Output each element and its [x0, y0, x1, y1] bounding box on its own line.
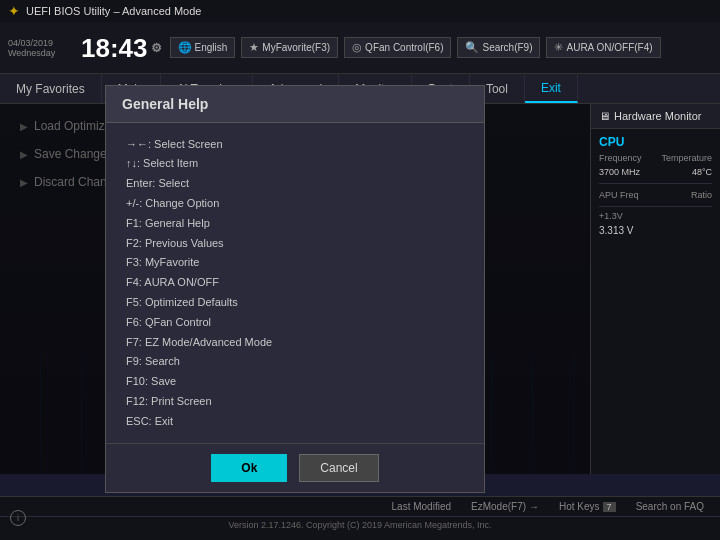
search-faq-label: Search on FAQ [636, 501, 704, 512]
last-modified-link[interactable]: Last Modified [392, 501, 451, 512]
modal-overlay: General Help →←: Select Screen ↑↓: Selec… [0, 104, 590, 474]
help-line-11: F7: EZ Mode/Advanced Mode [126, 333, 464, 353]
ezmode-icon: → [529, 501, 539, 512]
status-top-row: Last Modified EzMode(F7) → Hot Keys 7 Se… [0, 497, 720, 517]
cpu-section-title: CPU [591, 129, 720, 151]
help-line-5: F1: General Help [126, 214, 464, 234]
hw-divider [599, 183, 712, 184]
toolbar-row: 04/03/2019 Wednesday 18:43 ⚙ 🌐 English ★… [0, 22, 720, 74]
cancel-button[interactable]: Cancel [299, 454, 378, 482]
left-panel: ▶ Load Optimized Defaults ▶ Save Changes… [0, 104, 590, 474]
general-help-modal: General Help →←: Select Screen ↑↓: Selec… [105, 85, 485, 494]
freq-label: Frequency [599, 153, 642, 163]
help-line-6: F2: Previous Values [126, 234, 464, 254]
help-line-7: F3: MyFavorite [126, 253, 464, 273]
temp-label: Temperature [661, 153, 712, 163]
time-display: 18:43 [81, 35, 148, 61]
search-faq-link[interactable]: Search on FAQ [636, 501, 704, 512]
language-icon: 🌐 [178, 41, 192, 54]
datetime: 04/03/2019 Wednesday [8, 38, 73, 58]
hw-divider-2 [599, 206, 712, 207]
help-line-3: Enter: Select [126, 174, 464, 194]
freq-value: 3700 MHz [599, 167, 640, 177]
tab-my-favorites[interactable]: My Favorites [0, 74, 102, 103]
clock: 18:43 ⚙ [81, 35, 162, 61]
help-line-1: →←: Select Screen [126, 135, 464, 155]
hotkeys-link[interactable]: Hot Keys 7 [559, 501, 616, 512]
search-label: Search(F9) [482, 42, 532, 53]
voltage-label: +1.3V [591, 211, 720, 223]
top-bar: ✦ UEFI BIOS Utility – Advanced Mode [0, 0, 720, 22]
info-button[interactable]: i [10, 510, 26, 526]
logo-icon: ✦ [8, 3, 20, 19]
search-button[interactable]: 🔍 Search(F9) [457, 37, 540, 58]
ezmode-label: EzMode(F7) [471, 501, 526, 512]
apu-label: APU Freq [599, 190, 639, 200]
myfavorites-label: MyFavorite(F3) [262, 42, 330, 53]
help-line-9: F5: Optimized Defaults [126, 293, 464, 313]
help-line-15: ESC: Exit [126, 412, 464, 432]
modal-body: →←: Select Screen ↑↓: Select Item Enter:… [106, 123, 484, 444]
copyright-text: Version 2.17.1246. Copyright (C) 2019 Am… [228, 520, 491, 530]
temp-value: 48°C [692, 167, 712, 177]
last-modified-label: Last Modified [392, 501, 451, 512]
qfan-icon: ◎ [352, 41, 362, 54]
day: Wednesday [8, 48, 73, 58]
aura-button[interactable]: ✳ AURA ON/OFF(F4) [546, 37, 660, 58]
app-title: UEFI BIOS Utility – Advanced Mode [26, 5, 201, 17]
hw-monitor-label: Hardware Monitor [614, 110, 701, 122]
tab-exit[interactable]: Exit [525, 74, 578, 103]
help-line-12: F9: Search [126, 352, 464, 372]
clock-gear-icon[interactable]: ⚙ [151, 42, 162, 54]
language-label: English [195, 42, 228, 53]
qfan-label: QFan Control(F6) [365, 42, 443, 53]
ok-button[interactable]: Ok [211, 454, 287, 482]
help-line-2: ↑↓: Select Item [126, 154, 464, 174]
favorites-icon: ★ [249, 41, 259, 54]
hardware-monitor-panel: 🖥 Hardware Monitor CPU Frequency Tempera… [590, 104, 720, 474]
ezmode-link[interactable]: EzMode(F7) → [471, 501, 539, 512]
modal-footer: Ok Cancel [106, 443, 484, 492]
voltage-value: 3.313 V [591, 223, 720, 238]
logo-area: ✦ UEFI BIOS Utility – Advanced Mode [8, 3, 201, 19]
apu-row: APU Freq Ratio [591, 188, 720, 202]
cpu-freq-row: Frequency Temperature [591, 151, 720, 165]
aura-icon: ✳ [554, 41, 563, 54]
search-icon: 🔍 [465, 41, 479, 54]
date: 04/03/2019 [8, 38, 73, 48]
help-line-4: +/-: Change Option [126, 194, 464, 214]
main-layout: ▶ Load Optimized Defaults ▶ Save Changes… [0, 104, 720, 474]
help-line-14: F12: Print Screen [126, 392, 464, 412]
ratio-label: Ratio [691, 190, 712, 200]
qfan-button[interactable]: ◎ QFan Control(F6) [344, 37, 451, 58]
status-bar: Last Modified EzMode(F7) → Hot Keys 7 Se… [0, 496, 720, 540]
toolbar-buttons: 🌐 English ★ MyFavorite(F3) ◎ QFan Contro… [170, 37, 713, 58]
monitor-icon: 🖥 [599, 110, 610, 122]
modal-title: General Help [106, 86, 484, 123]
help-line-8: F4: AURA ON/OFF [126, 273, 464, 293]
cpu-values-row: 3700 MHz 48°C [591, 165, 720, 179]
language-button[interactable]: 🌐 English [170, 37, 236, 58]
myfavorites-button[interactable]: ★ MyFavorite(F3) [241, 37, 338, 58]
copyright-bar: Version 2.17.1246. Copyright (C) 2019 Am… [0, 517, 720, 533]
help-line-10: F6: QFan Control [126, 313, 464, 333]
hotkeys-label: Hot Keys [559, 501, 600, 512]
aura-label: AURA ON/OFF(F4) [566, 42, 652, 53]
help-line-13: F10: Save [126, 372, 464, 392]
hw-monitor-title: 🖥 Hardware Monitor [591, 104, 720, 129]
hotkeys-badge: 7 [603, 502, 616, 512]
